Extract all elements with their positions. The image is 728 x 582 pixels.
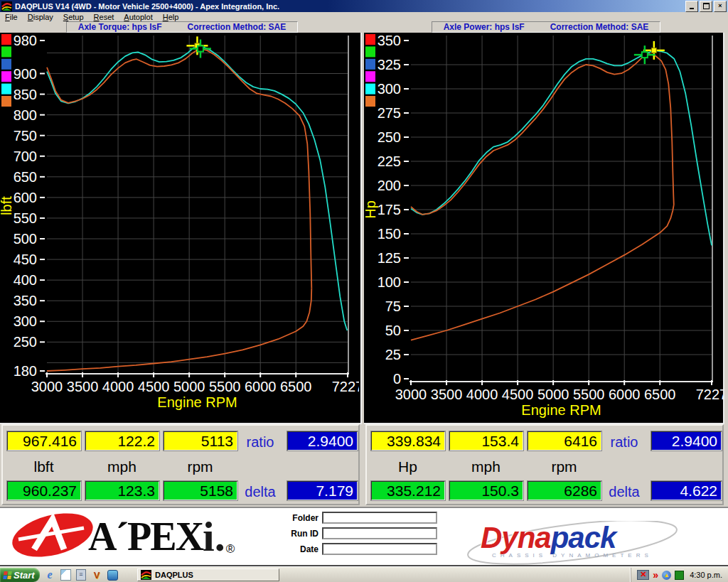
torque-peak-mph: 122.2 bbox=[85, 431, 159, 451]
dynapack-word-pack: pack bbox=[551, 521, 616, 554]
cursor-marker-center[interactable] bbox=[642, 52, 648, 58]
menu-autoplot[interactable]: Autoplot bbox=[119, 13, 157, 21]
y-tick-label: 175 bbox=[378, 202, 401, 217]
menu-file[interactable]: File bbox=[0, 13, 23, 21]
power-peak-mph: 153.4 bbox=[449, 431, 523, 451]
x-tick-label: 5000 bbox=[537, 387, 569, 402]
x-tick-label: 5500 bbox=[209, 379, 241, 394]
cursor-marker-center[interactable] bbox=[651, 48, 656, 53]
date-label: Date bbox=[282, 544, 318, 554]
system-tray: ✕ » ▲ 4:30 p.m. bbox=[631, 568, 728, 582]
x-tick-label: 3000 bbox=[395, 387, 427, 402]
torque-run-cyan bbox=[47, 46, 347, 330]
y-tick-label: 75 bbox=[385, 298, 401, 314]
y-axis-label: lbft bbox=[0, 196, 14, 215]
y-tick-label: 150 bbox=[378, 226, 401, 242]
ratio-label: ratio bbox=[601, 434, 647, 451]
daqplus-task-button[interactable]: DAQPLUS bbox=[137, 568, 279, 581]
power-readout-panel: 339.834 153.4 6416 ratio 2.9400 Hp mph r… bbox=[365, 424, 724, 505]
dynapack-logo: Dynapack CHASSIS DYNAMOMETERS bbox=[464, 521, 681, 565]
delta-value: 4.622 bbox=[651, 481, 722, 500]
y-tick-label: 750 bbox=[14, 128, 37, 144]
power-peak-value: 339.834 bbox=[371, 431, 445, 451]
apex-wordmark: A´PEX bbox=[88, 515, 203, 558]
y-tick-label: 250 bbox=[14, 334, 37, 350]
document-icon[interactable]: ≡ bbox=[75, 569, 87, 581]
delta-value: 7.179 bbox=[287, 481, 358, 500]
torque-peak-value: 967.416 bbox=[7, 431, 81, 451]
x-tick-label: 4000 bbox=[102, 379, 134, 394]
torque-chart-panel: Axle Torque: hps IsF Correction Method: … bbox=[0, 21, 364, 424]
legend-swatch bbox=[365, 59, 375, 70]
y-tick-label: 550 bbox=[14, 210, 37, 226]
apexi-emblem-icon bbox=[10, 512, 98, 558]
y-tick-label: 600 bbox=[14, 190, 37, 205]
menu-reset[interactable]: Reset bbox=[89, 13, 119, 21]
y-tick-label: 450 bbox=[14, 252, 37, 267]
y-tick-label: 850 bbox=[14, 87, 37, 102]
torque-peak-rpm: 5113 bbox=[164, 431, 237, 451]
power-cursor-rpm: 6286 bbox=[528, 481, 601, 500]
show-hidden-icons-chevron[interactable]: » bbox=[653, 570, 658, 580]
run-id-label: Run ID bbox=[282, 529, 318, 539]
folder-input[interactable] bbox=[322, 512, 437, 524]
title-bar: DAQPLUS V14 (4WD - Motor Vehicle 2500+40… bbox=[0, 0, 728, 12]
date-input[interactable] bbox=[322, 543, 437, 555]
ratio-value: 2.9400 bbox=[651, 431, 722, 451]
y-tick-label: 650 bbox=[14, 169, 37, 185]
x-tick-label: 4000 bbox=[466, 387, 498, 402]
legend-swatch bbox=[1, 46, 11, 57]
dynapack-tagline: CHASSIS DYNAMOMETERS bbox=[492, 552, 653, 559]
minimize-button[interactable] bbox=[685, 1, 698, 12]
media-app-icon[interactable]: V bbox=[91, 569, 102, 581]
y-tick-label: 350 bbox=[14, 293, 37, 308]
delta-label: delta bbox=[237, 484, 283, 500]
legend-swatch bbox=[1, 96, 11, 107]
delta-label: delta bbox=[601, 484, 647, 500]
restore-button[interactable] bbox=[700, 1, 712, 12]
legend-swatch bbox=[365, 34, 375, 45]
menu-bar: File Display Setup Reset Autoplot Help bbox=[0, 12, 728, 21]
close-button[interactable]: × bbox=[714, 1, 727, 12]
compose-mail-icon[interactable] bbox=[60, 569, 71, 581]
run-id-input[interactable] bbox=[322, 527, 437, 539]
torque-header-title: Axle Torque: hps IsF bbox=[78, 22, 162, 32]
legend-swatch bbox=[1, 71, 11, 82]
y-tick-label: 300 bbox=[378, 81, 401, 97]
network-error-icon[interactable]: ✕ bbox=[637, 570, 649, 580]
menu-setup[interactable]: Setup bbox=[58, 13, 89, 21]
status-square-icon[interactable] bbox=[675, 571, 684, 580]
cursor-marker-center[interactable] bbox=[198, 46, 203, 52]
menu-display[interactable]: Display bbox=[23, 13, 58, 21]
clock: 4:30 p.m. bbox=[690, 571, 722, 579]
mph-unit-label: mph bbox=[85, 458, 159, 475]
x-tick-label: 4500 bbox=[502, 387, 534, 402]
update-alert-icon[interactable]: ▲ bbox=[662, 571, 671, 580]
run-info-fields: Folder Run ID Date bbox=[282, 512, 437, 559]
daqplus-app-icon bbox=[1, 1, 12, 11]
ratio-label: ratio bbox=[237, 434, 283, 451]
apex-i-mark: i. bbox=[203, 515, 225, 558]
messenger-icon[interactable] bbox=[107, 569, 118, 581]
power-chart-canvas[interactable]: 3503253002752502252001751501251007550250… bbox=[364, 33, 724, 424]
x-tick-label: 3500 bbox=[67, 379, 99, 394]
legend-swatch bbox=[365, 71, 375, 82]
y-tick-label: 700 bbox=[14, 149, 37, 164]
x-tick-label: 3500 bbox=[431, 387, 463, 402]
y-tick-label: 50 bbox=[385, 323, 401, 338]
torque-cursor-value: 960.237 bbox=[7, 481, 81, 500]
x-tick-label: 7227 bbox=[332, 379, 359, 394]
registered-mark: ® bbox=[226, 541, 235, 558]
rpm-unit-label: rpm bbox=[528, 458, 601, 475]
y-tick-label: 200 bbox=[378, 178, 401, 193]
torque-chart-canvas[interactable]: 9809008508007507006506005505004504003503… bbox=[0, 33, 362, 424]
y-tick-label: 980 bbox=[14, 33, 37, 48]
power-unit-label: Hp bbox=[371, 458, 444, 475]
internet-explorer-icon[interactable]: e bbox=[44, 569, 55, 581]
quick-launch-bar: e ≡ V bbox=[44, 568, 118, 581]
start-button[interactable]: Start bbox=[0, 568, 40, 582]
start-label: Start bbox=[14, 570, 35, 581]
legend-swatch bbox=[1, 34, 11, 45]
task-button-label: DAQPLUS bbox=[155, 571, 193, 579]
menu-help[interactable]: Help bbox=[158, 13, 184, 21]
